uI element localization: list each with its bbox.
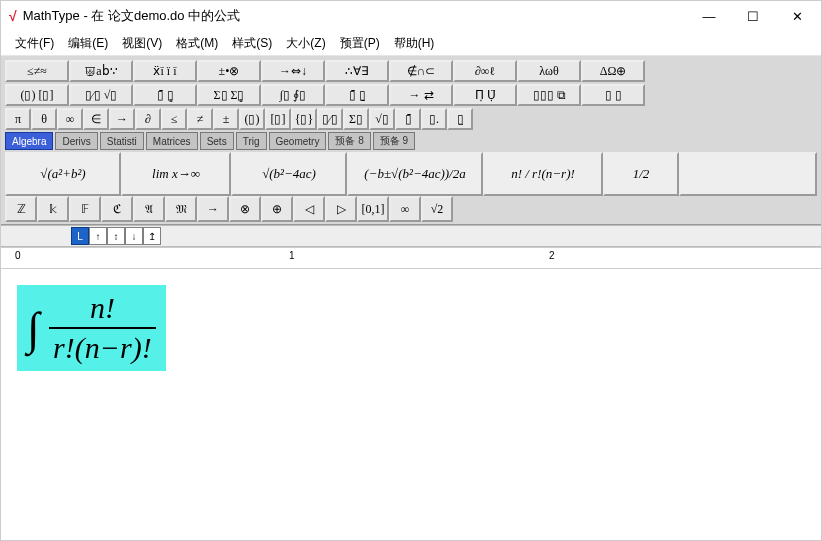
sym-2[interactable]: 𝔽: [69, 196, 101, 222]
sym-3[interactable]: ℭ: [101, 196, 133, 222]
template-2[interactable]: √(b²−4ac): [231, 152, 347, 196]
smallrow-cell-10[interactable]: [▯]: [265, 108, 291, 130]
sym-11[interactable]: [0,1]: [357, 196, 389, 222]
menu-size[interactable]: 大小(Z): [280, 33, 331, 54]
ruler-mark-0: 0: [15, 250, 21, 261]
smallrow-cell-13[interactable]: Σ▯: [343, 108, 369, 130]
menu-preset[interactable]: 预置(P): [334, 33, 386, 54]
template-1[interactable]: lim x→∞: [121, 152, 231, 196]
smallrow-cell-1[interactable]: θ: [31, 108, 57, 130]
palette2-cell-3[interactable]: Σ▯ Σ▯͇: [197, 84, 261, 106]
smallrow-cell-17[interactable]: ▯̤: [447, 108, 473, 130]
ruler-mark-2: 2: [549, 250, 555, 261]
template-5[interactable]: 1/2: [603, 152, 679, 196]
tab-derivs[interactable]: Derivs: [55, 132, 97, 150]
tabstop-center-icon[interactable]: ↕: [107, 227, 125, 245]
sym-7[interactable]: ⊗: [229, 196, 261, 222]
app-logo: √: [9, 8, 17, 24]
smallrow-cell-8[interactable]: ±: [213, 108, 239, 130]
tab-预备 9[interactable]: 预备 9: [373, 132, 415, 150]
smallrow-cell-0[interactable]: π: [5, 108, 31, 130]
ruler-mark-1: 1: [289, 250, 295, 261]
smallrow-cell-4[interactable]: →: [109, 108, 135, 130]
smallrow-cell-9[interactable]: (▯): [239, 108, 265, 130]
sym-5[interactable]: 𝔐: [165, 196, 197, 222]
equation-canvas[interactable]: ∫ n! r!(n−r)!: [1, 269, 821, 540]
palette1-cell-7[interactable]: ∂∞ℓ: [453, 60, 517, 82]
menu-file[interactable]: 文件(F): [9, 33, 60, 54]
tab-sets[interactable]: Sets: [200, 132, 234, 150]
smallrow-cell-14[interactable]: √▯: [369, 108, 395, 130]
smallrow-cell-16[interactable]: ▯.: [421, 108, 447, 130]
tabstop-left-icon[interactable]: L: [71, 227, 89, 245]
selected-formula[interactable]: ∫ n! r!(n−r)!: [17, 285, 166, 371]
smallrow-cell-11[interactable]: {▯}: [291, 108, 317, 130]
smallrow-cell-5[interactable]: ∂: [135, 108, 161, 130]
sym-0[interactable]: ℤ: [5, 196, 37, 222]
integral-icon: ∫: [27, 302, 40, 355]
mini-toolbar: L ↑ ↕ ↓ ↥: [1, 225, 821, 247]
palette2-cell-2[interactable]: ▯̄ ▯͇: [133, 84, 197, 106]
template-4[interactable]: n! / r!(n−r)!: [483, 152, 603, 196]
palette1-cell-5[interactable]: ∴∀∃: [325, 60, 389, 82]
palette2-cell-4[interactable]: ∫▯ ∮▯: [261, 84, 325, 106]
palette2-cell-5[interactable]: ▯̄ ▯̱: [325, 84, 389, 106]
sym-6[interactable]: →: [197, 196, 229, 222]
palette1-cell-1[interactable]: ⩐aḃ∵: [69, 60, 133, 82]
tabstop-down-icon[interactable]: ↓: [125, 227, 143, 245]
palette2-cell-1[interactable]: ▯⁄▯ √▯: [69, 84, 133, 106]
palette1-cell-9[interactable]: ΔΩ⊕: [581, 60, 645, 82]
minimize-button[interactable]: —: [687, 2, 731, 30]
tab-geometry[interactable]: Geometry: [269, 132, 327, 150]
tabstop-right-icon[interactable]: ↥: [143, 227, 161, 245]
tab-预备 8[interactable]: 预备 8: [328, 132, 370, 150]
smallrow-cell-2[interactable]: ∞: [57, 108, 83, 130]
sym-13[interactable]: √2: [421, 196, 453, 222]
sym-4[interactable]: 𝔄: [133, 196, 165, 222]
maximize-button[interactable]: ☐: [731, 2, 775, 30]
formula-numerator: n!: [82, 291, 123, 327]
palette2-cell-9[interactable]: ▯ ▯: [581, 84, 645, 106]
menu-help[interactable]: 帮助(H): [388, 33, 441, 54]
tab-statisti[interactable]: Statisti: [100, 132, 144, 150]
palette2-cell-6[interactable]: → ⇄: [389, 84, 453, 106]
palette1-cell-3[interactable]: ±•⊗: [197, 60, 261, 82]
menu-view[interactable]: 视图(V): [116, 33, 168, 54]
smallrow-cell-3[interactable]: ∈: [83, 108, 109, 130]
menu-style[interactable]: 样式(S): [226, 33, 278, 54]
template-empty: [679, 152, 817, 196]
sym-12[interactable]: ∞: [389, 196, 421, 222]
tab-matrices[interactable]: Matrices: [146, 132, 198, 150]
palette2-cell-8[interactable]: ▯▯▯ ⧉: [517, 84, 581, 106]
palette1-cell-8[interactable]: λωθ: [517, 60, 581, 82]
sym-9[interactable]: ◁: [293, 196, 325, 222]
close-button[interactable]: ✕: [775, 2, 819, 30]
ruler[interactable]: 0 1 2: [1, 247, 821, 269]
symbol-palette: ≤≠≈⩐aḃ∵ẍī ï ī±•⊗→⇔↓∴∀∃∉∩⊂∂∞ℓλωθΔΩ⊕ (▯) […: [1, 56, 821, 225]
tab-algebra[interactable]: Algebra: [5, 132, 53, 150]
window-title: MathType - 在 论文demo.do 中的公式: [23, 7, 687, 25]
palette2-cell-7[interactable]: Π̣ Ụ̈: [453, 84, 517, 106]
smallrow-cell-7[interactable]: ≠: [187, 108, 213, 130]
smallrow-cell-12[interactable]: ▯⁄▯: [317, 108, 343, 130]
palette2-cell-0[interactable]: (▯) [▯]: [5, 84, 69, 106]
template-3[interactable]: (−b±√(b²−4ac))/2a: [347, 152, 483, 196]
menu-format[interactable]: 格式(M): [170, 33, 224, 54]
sym-1[interactable]: 𝕜: [37, 196, 69, 222]
tab-trig[interactable]: Trig: [236, 132, 267, 150]
palette1-cell-0[interactable]: ≤≠≈: [5, 60, 69, 82]
template-0[interactable]: √(a²+b²): [5, 152, 121, 196]
smallrow-cell-6[interactable]: ≤: [161, 108, 187, 130]
palette1-cell-2[interactable]: ẍī ï ī: [133, 60, 197, 82]
palette1-cell-4[interactable]: →⇔↓: [261, 60, 325, 82]
palette1-cell-6[interactable]: ∉∩⊂: [389, 60, 453, 82]
sym-8[interactable]: ⊕: [261, 196, 293, 222]
tabstop-up-icon[interactable]: ↑: [89, 227, 107, 245]
smallrow-cell-15[interactable]: ▯̄: [395, 108, 421, 130]
menu-edit[interactable]: 编辑(E): [62, 33, 114, 54]
formula-denominator: r!(n−r)!: [49, 327, 156, 365]
sym-10[interactable]: ▷: [325, 196, 357, 222]
menu-bar: 文件(F) 编辑(E) 视图(V) 格式(M) 样式(S) 大小(Z) 预置(P…: [1, 31, 821, 56]
